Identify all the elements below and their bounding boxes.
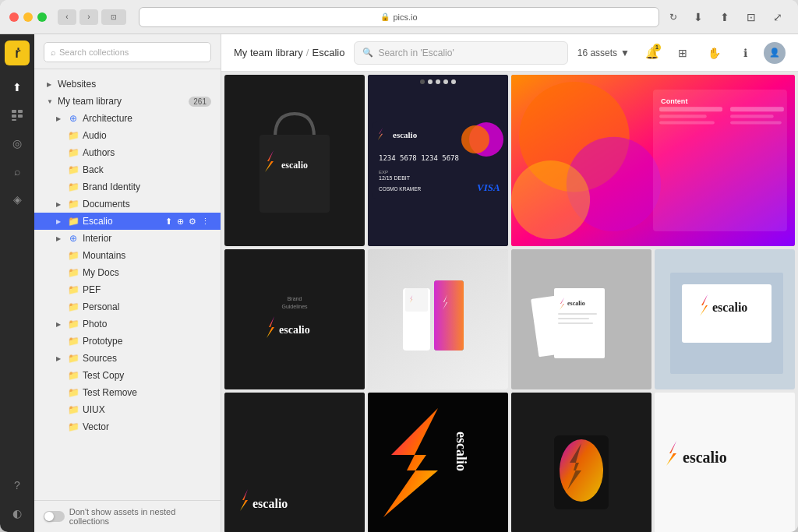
- sidebar-item-test-copy[interactable]: 📁 Test Copy: [34, 367, 221, 384]
- main-toolbar: My team library / Escalio 🔍 Search in 'E…: [221, 34, 798, 72]
- svg-text:escalio: escalio: [393, 130, 418, 139]
- avatar[interactable]: 👤: [764, 42, 786, 64]
- svg-rect-24: [659, 107, 722, 111]
- app-logo[interactable]: ṙ: [5, 41, 30, 65]
- sidebar-item-pef[interactable]: 📁 PEF: [34, 281, 221, 298]
- chevron-right-icon: ▶: [56, 321, 64, 328]
- sidebar-item-escalio[interactable]: ▶ 📁 Escalio ⬆ ⊕ ⚙ ⋮: [34, 213, 221, 230]
- sidebar-item-mountains[interactable]: 📁 Mountains: [34, 247, 221, 264]
- folder-icon: 📁: [67, 336, 79, 347]
- forward-button[interactable]: ›: [79, 9, 98, 25]
- sidebar-item-websites[interactable]: ▶ Websites: [34, 76, 221, 93]
- grid-item-white-logo[interactable]: escalio: [655, 393, 795, 532]
- share-icon[interactable]: ⬆: [714, 6, 736, 28]
- notification-button[interactable]: 🔔 1: [639, 41, 664, 65]
- sidebar-item-photo[interactable]: ▶ 📁 Photo: [34, 315, 221, 333]
- folder-icon: 📁: [67, 164, 79, 175]
- more-action-icon[interactable]: ⋮: [200, 217, 211, 227]
- search-bar[interactable]: 🔍 Search in 'Escalio': [354, 41, 567, 65]
- svg-rect-25: [659, 115, 707, 118]
- toolbar-icons: ⬇ ⬆ ⊡ ⤢: [687, 6, 789, 28]
- svg-rect-5: [260, 135, 330, 213]
- address-bar[interactable]: 🔒 pics.io: [139, 7, 659, 27]
- back-button[interactable]: ‹: [58, 9, 76, 25]
- svg-text:Content: Content: [661, 97, 687, 105]
- grid-item-presentation[interactable]: Content: [511, 75, 795, 246]
- grid-item-cups[interactable]: [368, 249, 508, 389]
- filter-icon[interactable]: ▼: [620, 48, 630, 58]
- svg-text:12/15  DEBIT: 12/15 DEBIT: [379, 175, 411, 181]
- svg-point-10: [461, 125, 489, 153]
- url-text: pics.io: [393, 12, 417, 22]
- svg-marker-30: [267, 316, 274, 338]
- grid-item-bag[interactable]: [511, 393, 651, 532]
- window-icon[interactable]: ⊡: [740, 6, 762, 28]
- svg-text:escalio: escalio: [712, 301, 747, 314]
- nested-collections-toggle[interactable]: [44, 511, 65, 522]
- white-logo-image: escalio: [655, 393, 795, 532]
- dot-5: [451, 79, 456, 84]
- rail-share-icon[interactable]: ◐: [5, 501, 30, 526]
- svg-text:escalio: escalio: [567, 300, 585, 307]
- folder-icon: 📁: [67, 267, 79, 278]
- grid-item-dark-logo[interactable]: escalio: [224, 393, 365, 532]
- grid-item-stationery[interactable]: escalio: [511, 249, 651, 389]
- info-button[interactable]: ℹ: [733, 41, 757, 65]
- grid-item-black-shape[interactable]: escalio: [368, 393, 508, 532]
- refresh-button[interactable]: ↻: [666, 9, 681, 25]
- svg-rect-29: [730, 121, 782, 124]
- close-button[interactable]: [9, 12, 19, 22]
- cups-image: [368, 249, 508, 389]
- rail-layout-icon[interactable]: [5, 103, 30, 128]
- presentation-image: Content: [511, 75, 795, 246]
- sidebar-item-brand-identity[interactable]: 📁 Brand Identity: [34, 178, 221, 196]
- svg-text:escalio: escalio: [281, 160, 308, 171]
- rail-upload-icon[interactable]: ⬆: [5, 75, 30, 100]
- view-toggle-button[interactable]: ⊡: [101, 9, 126, 25]
- globe-icon: ⊕: [67, 233, 79, 244]
- sidebar-item-interior[interactable]: ▶ ⊕ Interior: [34, 230, 221, 247]
- sidebar-item-vector[interactable]: 📁 Vector: [34, 418, 221, 435]
- sidebar-item-sources[interactable]: ▶ 📁 Sources: [34, 350, 221, 367]
- svg-text:escalio: escalio: [279, 324, 310, 336]
- sidebar-item-back[interactable]: 📁 Back: [34, 161, 221, 178]
- rail-globe-icon[interactable]: ◎: [5, 131, 30, 156]
- sidebar-item-uiux[interactable]: 📁 UIUX: [34, 401, 221, 418]
- folder-icon: 📁: [67, 147, 79, 158]
- sidebar-search[interactable]: ⌕ Search collections: [44, 42, 211, 62]
- rail-search-icon[interactable]: ⌕: [5, 159, 30, 184]
- grid-item-tote[interactable]: escalio: [224, 75, 365, 246]
- minimize-button[interactable]: [23, 12, 33, 22]
- sidebar-item-my-team-library[interactable]: ▼ My team library 261: [34, 93, 221, 110]
- grid-item-brand-guidelines[interactable]: BrandGuidelines e: [224, 249, 365, 389]
- app-content: ṙ ⬆ ◎ ⌕ ◈ ? ◐ ⌕: [0, 34, 798, 532]
- grid-view-button[interactable]: ⊞: [670, 41, 695, 65]
- svg-text:escalio: escalio: [683, 449, 727, 466]
- chevron-right-icon: ▶: [47, 81, 55, 88]
- upload-action-icon[interactable]: ⬆: [164, 217, 174, 227]
- add-action-icon[interactable]: ⊕: [175, 217, 185, 227]
- sidebar-item-personal[interactable]: 📁 Personal: [34, 298, 221, 315]
- sidebar-item-architecture[interactable]: ▶ ⊕ Architecture: [34, 110, 221, 127]
- download-icon[interactable]: ⬇: [687, 6, 709, 28]
- grid-item-billboard[interactable]: escalio: [655, 249, 795, 389]
- svg-rect-27: [730, 107, 784, 111]
- rail-help-icon[interactable]: ?: [5, 473, 30, 498]
- sidebar-item-prototype[interactable]: 📁 Prototype: [34, 333, 221, 350]
- notification-badge: 1: [653, 44, 661, 51]
- hand-tool-button[interactable]: ✋: [701, 41, 726, 65]
- fullscreen-icon[interactable]: ⤢: [767, 6, 789, 28]
- sidebar-item-audio[interactable]: 📁 Audio: [34, 127, 221, 144]
- settings-action-icon[interactable]: ⚙: [187, 217, 198, 227]
- dark-logo-image: escalio: [224, 393, 365, 532]
- rail-bulb-icon[interactable]: ◈: [5, 187, 30, 212]
- sidebar-item-test-remove[interactable]: 📁 Test Remove: [34, 384, 221, 401]
- maximize-button[interactable]: [37, 12, 47, 22]
- sidebar-item-my-docs[interactable]: 📁 My Docs: [34, 264, 221, 281]
- sidebar-item-documents[interactable]: ▶ 📁 Documents: [34, 196, 221, 213]
- grid-item-credit-card[interactable]: escalio 1234 5678 1234 5678 EXP 12/15 DE…: [368, 75, 508, 246]
- breadcrumb-root[interactable]: My team library: [234, 47, 303, 58]
- item-actions: ⬆ ⊕ ⚙ ⋮: [164, 217, 211, 227]
- sidebar-item-authors[interactable]: 📁 Authors: [34, 144, 221, 161]
- nested-collections-label: Don't show assets in nested collections: [69, 507, 211, 526]
